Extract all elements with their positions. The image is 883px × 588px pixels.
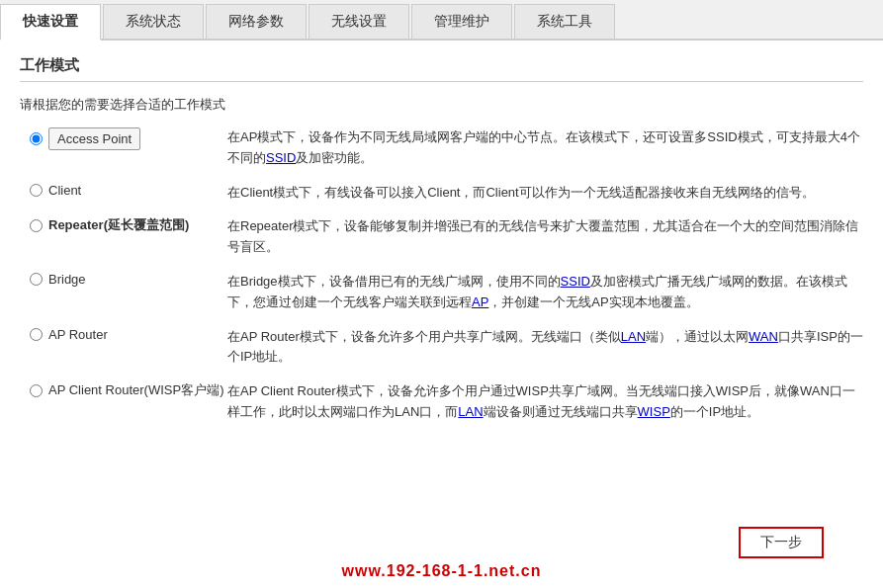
repeater-bold: Repeater(延长覆盖范围) [48, 217, 189, 232]
mode-desc-access-point: 在AP模式下，设备作为不同无线局域网客户端的中心节点。在该模式下，还可设置多SS… [227, 127, 863, 169]
main-content: 工作模式 请根据您的需要选择合适的工作模式 Access Point 在AP模式… [0, 41, 883, 453]
mode-desc-ap-client-router: 在AP Client Router模式下，设备允许多个用户通过WISP共享广域网… [227, 381, 863, 423]
mode-row-bridge: Bridge 在Bridge模式下，设备借用已有的无线广域网，使用不同的SSID… [30, 272, 863, 313]
wan-link-ap-router: WAN [749, 329, 778, 344]
ssid-link-bridge: SSID [561, 274, 590, 289]
radio-access-point[interactable] [30, 132, 43, 145]
mode-name-ap-router: AP Router [48, 327, 108, 342]
nav-tabs: 快速设置 系统状态 网络参数 无线设置 管理维护 系统工具 [0, 0, 883, 41]
radio-client[interactable] [30, 184, 43, 197]
mode-desc-repeater: 在Repeater模式下，设备能够复制并增强已有的无线信号来扩大覆盖范围，尤其适… [227, 216, 863, 258]
tab-quick-setup[interactable]: 快速设置 [0, 4, 101, 41]
mode-label-ap-router[interactable]: AP Router [30, 327, 227, 342]
ssid-link-ap: SSID [266, 150, 296, 165]
mode-desc-client: 在Client模式下，有线设备可以接入Client，而Client可以作为一个无… [227, 183, 863, 204]
mode-row-ap-client-router: AP Client Router(WISP客户端) 在AP Client Rou… [30, 381, 863, 423]
tab-network-params[interactable]: 网络参数 [206, 4, 307, 39]
mode-name-repeater: Repeater(延长覆盖范围) [48, 216, 189, 234]
lan-link-ap-router: LAN [621, 329, 646, 344]
mode-name-client: Client [48, 183, 81, 198]
section-title: 工作模式 [20, 56, 863, 82]
mode-name-bridge: Bridge [48, 272, 86, 287]
mode-label-repeater[interactable]: Repeater(延长覆盖范围) [30, 216, 227, 234]
tab-management[interactable]: 管理维护 [411, 4, 512, 39]
wisp-link-apcr: WISP [638, 404, 670, 419]
ap-link-bridge: AP [472, 294, 488, 309]
mode-options: Access Point 在AP模式下，设备作为不同无线局域网客户端的中心节点。… [30, 127, 863, 423]
mode-row-access-point: Access Point 在AP模式下，设备作为不同无线局域网客户端的中心节点。… [30, 127, 863, 169]
mode-label-ap-client-router[interactable]: AP Client Router(WISP客户端) [30, 381, 227, 399]
mode-label-bridge[interactable]: Bridge [30, 272, 227, 287]
tab-system-status[interactable]: 系统状态 [103, 4, 204, 39]
mode-row-client: Client 在Client模式下，有线设备可以接入Client，而Client… [30, 183, 863, 204]
mode-label-access-point[interactable]: Access Point [30, 127, 227, 150]
instruction-text: 请根据您的需要选择合适的工作模式 [20, 96, 863, 114]
next-button[interactable]: 下一步 [739, 527, 824, 558]
bottom-bar: 下一步 [739, 527, 824, 558]
tab-wireless-settings[interactable]: 无线设置 [309, 4, 409, 39]
mode-label-client[interactable]: Client [30, 183, 227, 198]
lan-link-apcr: LAN [458, 404, 483, 419]
radio-ap-client-router[interactable] [30, 384, 43, 397]
watermark: www.192-168-1-1.net.cn [342, 562, 542, 580]
mode-desc-ap-router: 在AP Router模式下，设备允许多个用户共享广域网。无线端口（类似LAN端）… [227, 327, 863, 369]
radio-ap-router[interactable] [30, 328, 43, 341]
radio-bridge[interactable] [30, 273, 43, 286]
mode-name-ap-client-router: AP Client Router(WISP客户端) [48, 381, 223, 399]
mode-name-access-point: Access Point [48, 127, 140, 150]
mode-row-ap-router: AP Router 在AP Router模式下，设备允许多个用户共享广域网。无线… [30, 327, 863, 369]
mode-desc-bridge: 在Bridge模式下，设备借用已有的无线广域网，使用不同的SSID及加密模式广播… [227, 272, 863, 313]
tab-system-tools[interactable]: 系统工具 [514, 4, 615, 39]
mode-row-repeater: Repeater(延长覆盖范围) 在Repeater模式下，设备能够复制并增强已… [30, 216, 863, 258]
radio-repeater[interactable] [30, 219, 43, 232]
